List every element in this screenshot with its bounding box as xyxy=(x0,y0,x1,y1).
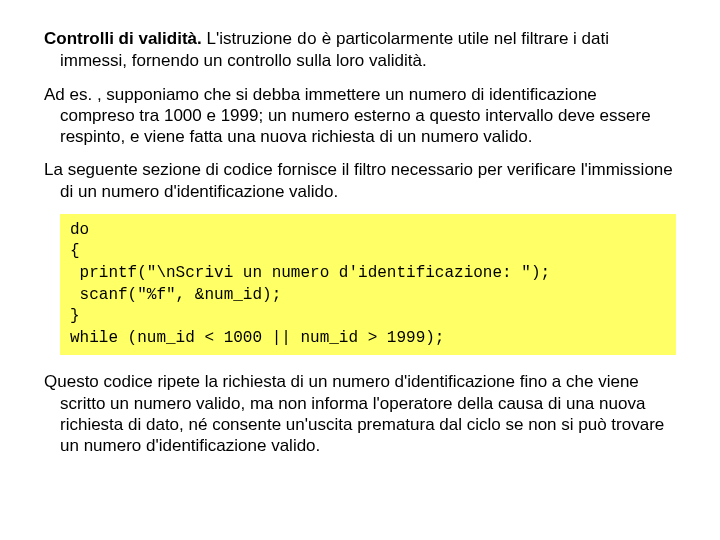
paragraph-summary: Questo codice ripete la richiesta di un … xyxy=(44,371,676,456)
slide-content: Controlli di validità. L'istruzione do è… xyxy=(0,0,720,488)
paragraph-example: Ad es. , supponiamo che si debba immette… xyxy=(44,84,676,148)
intro-heading: Controlli di validità. xyxy=(44,29,202,48)
paragraph-lead-in: La seguente sezione di codice fornisce i… xyxy=(44,159,676,202)
intro-text-a: L'istruzione xyxy=(202,29,297,48)
inline-code-do: do xyxy=(297,30,317,49)
code-block: do { printf("\nScrivi un numero d'identi… xyxy=(60,214,676,356)
paragraph-intro: Controlli di validità. L'istruzione do è… xyxy=(44,28,676,72)
